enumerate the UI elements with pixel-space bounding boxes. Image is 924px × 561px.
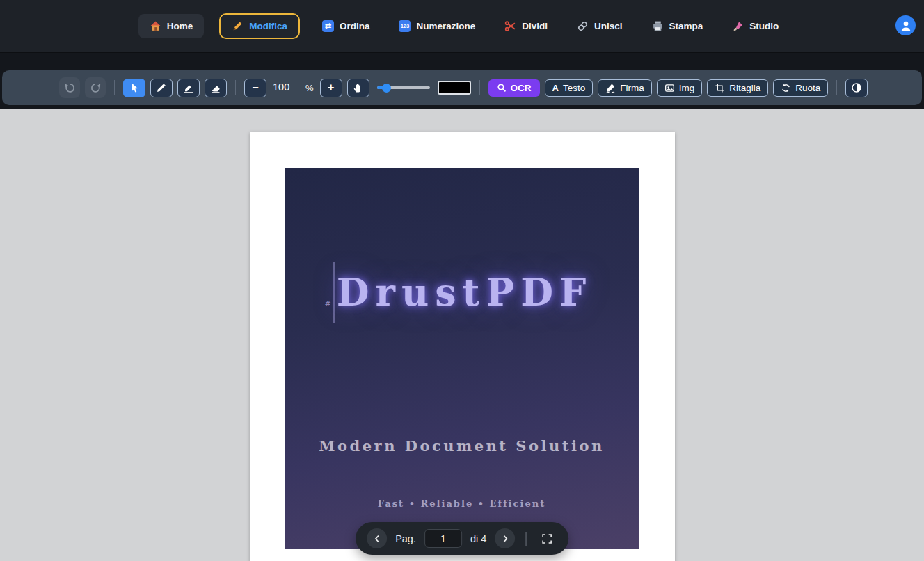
pencil-tool-button[interactable] (150, 79, 173, 97)
nav-item-label: Dividi (522, 21, 548, 31)
highlighter-icon (183, 82, 194, 93)
nav-item-dividi[interactable]: Dividi (497, 14, 555, 38)
nav-item-stampa[interactable]: Stampa (645, 14, 710, 38)
toolbar-divider (235, 80, 236, 95)
nav-item-modifica[interactable]: Modifica (219, 13, 300, 39)
zoom-percent-label: % (305, 83, 314, 93)
image-label: Img (679, 83, 695, 93)
sign-button[interactable]: Firma (598, 79, 652, 97)
eraser-icon (210, 82, 221, 93)
toolbar-divider (479, 80, 480, 95)
toolbar-divider (114, 80, 115, 95)
printer-icon (652, 20, 664, 32)
home-icon (150, 20, 161, 32)
user-icon (899, 19, 913, 33)
pdf-page[interactable]: # DrustPDF Modern Document Solution Fast… (250, 132, 675, 561)
nav-item-studio[interactable]: Studio (725, 14, 786, 38)
nav-item-label: Studio (749, 21, 779, 31)
select-tool-button[interactable] (123, 79, 145, 97)
page-label: Pag. (395, 533, 416, 544)
document-viewport[interactable]: # DrustPDF Modern Document Solution Fast… (0, 109, 924, 561)
pencil-tool-icon (156, 82, 167, 93)
nav-item-numerazione[interactable]: 123 Numerazione (392, 14, 482, 38)
chevron-left-icon (372, 534, 382, 544)
nav-item-home[interactable]: Home (138, 14, 205, 38)
link-icon (577, 20, 589, 32)
signature-icon (605, 83, 616, 93)
color-swatch[interactable] (438, 81, 471, 95)
top-navigation: Home Modifica ⇄ Ordina 123 Numerazione D… (0, 0, 924, 53)
brush-icon (732, 20, 744, 32)
chevron-right-icon (500, 534, 510, 544)
crop-button[interactable]: Ritaglia (707, 79, 768, 97)
nav-item-label: Unisci (594, 21, 623, 31)
redo-icon (90, 82, 102, 94)
sign-label: Firma (620, 83, 644, 93)
text-label: Testo (563, 83, 585, 93)
cover-subtitle: Modern Document Solution (285, 437, 639, 455)
pager-divider (525, 532, 527, 546)
zoom-out-button[interactable]: − (244, 79, 266, 97)
eraser-tool-button[interactable] (205, 79, 227, 97)
sort-icon: ⇄ (322, 20, 334, 32)
pencil-icon (232, 20, 244, 32)
nav-item-label: Modifica (249, 21, 287, 31)
hand-icon (353, 82, 364, 93)
nav-item-label: Numerazione (416, 21, 475, 31)
contrast-toggle-button[interactable] (845, 79, 868, 97)
nav-item-label: Stampa (669, 21, 703, 31)
text-button[interactable]: A Testo (545, 79, 594, 97)
editor-toolbar: − % + OCR A Testo (2, 70, 922, 105)
contrast-icon (851, 82, 862, 93)
nav-item-unisci[interactable]: Unisci (570, 14, 630, 38)
fullscreen-button[interactable] (537, 528, 557, 548)
zoom-input[interactable] (271, 80, 301, 95)
minus-icon: − (252, 82, 258, 93)
page-number-input[interactable] (424, 529, 462, 548)
page-count-label: di 4 (470, 533, 486, 544)
rotate-icon (781, 83, 791, 93)
rotate-button[interactable]: Ruota (773, 79, 828, 97)
ocr-label: OCR (511, 83, 532, 93)
cover-image: # DrustPDF Modern Document Solution Fast… (285, 168, 639, 549)
prev-page-button[interactable] (367, 528, 387, 548)
scissors-icon (504, 20, 516, 32)
user-avatar[interactable] (895, 15, 916, 35)
image-button[interactable]: Img (657, 79, 703, 97)
nav-item-ordina[interactable]: ⇄ Ordina (315, 14, 377, 38)
slider-thumb[interactable] (382, 84, 391, 93)
numbering-icon: 123 (399, 20, 411, 32)
cover-title: DrustPDF (285, 270, 639, 315)
crop-icon (715, 83, 725, 93)
image-icon (664, 83, 675, 93)
rotate-label: Ruota (795, 83, 820, 93)
fullscreen-icon (541, 533, 552, 544)
nav-item-label: Ordina (340, 21, 370, 31)
plus-icon: + (328, 82, 334, 93)
cursor-icon (129, 82, 140, 93)
undo-icon (64, 82, 76, 94)
next-page-button[interactable] (495, 528, 515, 548)
page-navigator: Pag. di 4 (356, 522, 568, 555)
toolbar-area: − % + OCR A Testo (0, 53, 924, 109)
magnifier-icon (497, 83, 507, 93)
crop-label: Ritaglia (729, 83, 760, 93)
nav-item-label: Home (167, 21, 193, 31)
toolbar-divider (836, 80, 837, 95)
text-icon: A (552, 83, 559, 93)
ocr-button[interactable]: OCR (488, 79, 540, 97)
cover-tagline: Fast • Reliable • Efficient (285, 498, 639, 509)
pan-tool-button[interactable] (347, 79, 369, 97)
highlighter-tool-button[interactable] (177, 79, 200, 97)
nav-menu: Home Modifica ⇄ Ordina 123 Numerazione D… (138, 13, 786, 39)
stroke-width-slider[interactable] (377, 79, 430, 97)
redo-button[interactable] (85, 77, 106, 98)
undo-button[interactable] (59, 77, 80, 98)
zoom-in-button[interactable]: + (320, 79, 342, 97)
